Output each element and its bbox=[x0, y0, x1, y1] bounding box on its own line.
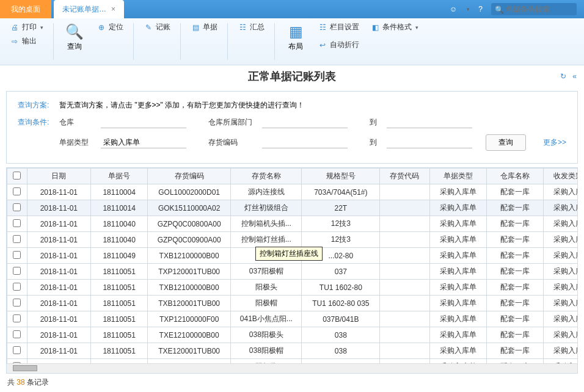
table-row[interactable]: 2018-11-0118110051TXE120001TUB00038阳极帽03… bbox=[7, 343, 578, 359]
warehouse-to-input[interactable] bbox=[387, 117, 472, 128]
cell[interactable] bbox=[7, 248, 27, 264]
doctype-input[interactable] bbox=[101, 137, 186, 148]
table-row[interactable]: 2018-11-0118110051TXB120001TUB00阳极帽TU1 1… bbox=[7, 296, 578, 311]
close-icon[interactable]: × bbox=[111, 5, 115, 13]
colset-button[interactable]: ☷栏目设置 bbox=[314, 21, 363, 34]
cell[interactable] bbox=[7, 232, 27, 248]
warehouse-input[interactable] bbox=[101, 117, 186, 128]
table-row[interactable]: 2018-11-0118110051TXP12100000F00041B小焦点阳… bbox=[7, 311, 578, 327]
help-icon[interactable]: ? bbox=[478, 5, 483, 13]
user-icon[interactable]: ☺ bbox=[450, 5, 457, 13]
table-row[interactable]: 2018-11-0718110087TXB12100000B00阳极头TU1 1… bbox=[7, 359, 578, 364]
cell: 采购入库 bbox=[543, 248, 577, 264]
col-code[interactable]: 存货编码 bbox=[148, 169, 231, 184]
cell: 2018-11-01 bbox=[27, 296, 91, 311]
cell[interactable] bbox=[7, 296, 27, 311]
cell[interactable] bbox=[7, 184, 27, 200]
layout-label: 布局 bbox=[288, 42, 303, 52]
condfmt-button[interactable]: ◧条件格式▾ bbox=[367, 21, 422, 34]
table-row[interactable]: 2018-11-0118110040GZPQ0C00900A00控制箱灯丝插..… bbox=[7, 232, 578, 248]
autowrap-icon: ↩ bbox=[318, 40, 327, 50]
row-checkbox[interactable] bbox=[13, 283, 21, 291]
select-all-checkbox[interactable] bbox=[13, 172, 21, 180]
col-date[interactable]: 日期 bbox=[27, 169, 91, 184]
doctype-label: 单据类型 bbox=[59, 137, 96, 148]
cell[interactable] bbox=[7, 359, 27, 364]
cell: 18110051 bbox=[91, 264, 148, 280]
cell[interactable] bbox=[7, 280, 27, 296]
output-button[interactable]: ⇨输出 bbox=[6, 35, 47, 48]
cell: 采购入库单 bbox=[429, 359, 486, 364]
tab-unbooked[interactable]: 未记账单据… × bbox=[54, 0, 124, 18]
cell bbox=[380, 343, 429, 359]
cell[interactable] bbox=[7, 216, 27, 232]
horizontal-scrollbar[interactable] bbox=[7, 363, 577, 373]
table-row[interactable]: 2018-11-0118110004GOL10002000D01源内连接线703… bbox=[7, 184, 578, 200]
table-row[interactable]: 2018-11-0118110014GOK15110000A02灯丝初级组合22… bbox=[7, 200, 578, 216]
row-checkbox[interactable] bbox=[13, 235, 21, 243]
cell: 控制箱机头插... bbox=[231, 216, 302, 232]
table-row[interactable]: 2018-11-0118110051TXP120001TUB00037阳极帽03… bbox=[7, 264, 578, 280]
cell: 采购入库 bbox=[543, 184, 577, 200]
col-spec[interactable]: 规格型号 bbox=[302, 169, 380, 184]
invcode-to-input[interactable] bbox=[387, 137, 472, 148]
row-checkbox[interactable] bbox=[13, 187, 21, 195]
cell: 18110014 bbox=[91, 200, 148, 216]
autowrap-label: 自动折行 bbox=[330, 40, 359, 50]
invcode-input[interactable] bbox=[262, 137, 348, 148]
cell: TXB12100000B00 bbox=[148, 280, 231, 296]
table-row[interactable]: 2018-11-0118110051TXE12100000B00038阳极头03… bbox=[7, 327, 578, 343]
col-icode[interactable]: 存货代码 bbox=[380, 169, 429, 184]
barcode-search-input[interactable] bbox=[491, 3, 577, 15]
collapse-icon[interactable]: « bbox=[572, 72, 577, 81]
col-iname[interactable]: 存货名称 bbox=[231, 169, 302, 184]
doc-button[interactable]: ▤单据 bbox=[187, 21, 221, 34]
row-checkbox[interactable] bbox=[13, 267, 21, 275]
doc-label: 单据 bbox=[203, 22, 217, 32]
cell: 采购入库单 bbox=[429, 327, 486, 343]
row-checkbox[interactable] bbox=[13, 203, 21, 211]
cell[interactable] bbox=[7, 327, 27, 343]
print-label: 打印 bbox=[22, 22, 37, 32]
refresh-icon[interactable]: ↻ bbox=[560, 72, 566, 81]
summary-button[interactable]: ☷汇总 bbox=[234, 21, 268, 34]
cell[interactable] bbox=[7, 311, 27, 327]
more-link[interactable]: 更多>> bbox=[543, 137, 566, 148]
row-checkbox[interactable] bbox=[13, 299, 21, 307]
cell[interactable] bbox=[7, 200, 27, 216]
cell[interactable] bbox=[7, 264, 27, 280]
row-checkbox[interactable] bbox=[13, 219, 21, 227]
query-button[interactable]: 查询 bbox=[486, 134, 526, 151]
book-button[interactable]: ✎记账 bbox=[140, 21, 174, 34]
col-doc[interactable]: 单据号 bbox=[91, 169, 148, 184]
locate-button[interactable]: ⊕定位 bbox=[93, 21, 127, 34]
scroll-thumb[interactable] bbox=[13, 365, 37, 371]
query-button[interactable]: 🔍 查询 bbox=[60, 21, 89, 53]
grid: 日期 单据号 存货编码 存货名称 规格型号 存货代码 单据类型 仓库名称 收发类… bbox=[6, 167, 578, 374]
row-checkbox[interactable] bbox=[13, 251, 21, 259]
cell: 采购入库单 bbox=[429, 248, 486, 264]
grid-scroll[interactable]: 日期 单据号 存货编码 存货名称 规格型号 存货代码 单据类型 仓库名称 收发类… bbox=[7, 168, 577, 363]
cell: 18110004 bbox=[91, 184, 148, 200]
dept-input[interactable] bbox=[262, 117, 348, 128]
cell: 采购入库 bbox=[543, 296, 577, 311]
tab-desktop[interactable]: 我的桌面 bbox=[0, 0, 51, 18]
row-checkbox[interactable] bbox=[13, 346, 21, 354]
row-checkbox[interactable] bbox=[13, 314, 21, 322]
table-row[interactable]: 2018-11-0118110051TXB12100000B00阳极头TU1 1… bbox=[7, 280, 578, 296]
row-checkbox[interactable] bbox=[13, 330, 21, 338]
autowrap-button[interactable]: ↩自动折行 bbox=[314, 38, 363, 51]
col-whs[interactable]: 仓库名称 bbox=[486, 169, 543, 184]
tooltip: 控制箱灯丝插座线 bbox=[255, 247, 323, 261]
col-btype[interactable]: 单据类型 bbox=[429, 169, 486, 184]
print-button[interactable]: 🖨打印▾ bbox=[6, 21, 47, 34]
cell: 703A/704A(51#) bbox=[302, 184, 380, 200]
col-rcv[interactable]: 收发类别 bbox=[543, 169, 577, 184]
cell: TXE12100000B00 bbox=[148, 327, 231, 343]
cell: TU1 1602-80 035 bbox=[302, 296, 380, 311]
table-row[interactable]: 2018-11-0118110040GZPQ0C00800A00控制箱机头插..… bbox=[7, 216, 578, 232]
layout-button[interactable]: ▦ 布局 bbox=[281, 21, 310, 53]
user-caret-icon[interactable]: ▾ bbox=[467, 6, 470, 12]
cell[interactable] bbox=[7, 343, 27, 359]
header-checkbox[interactable] bbox=[7, 169, 27, 184]
